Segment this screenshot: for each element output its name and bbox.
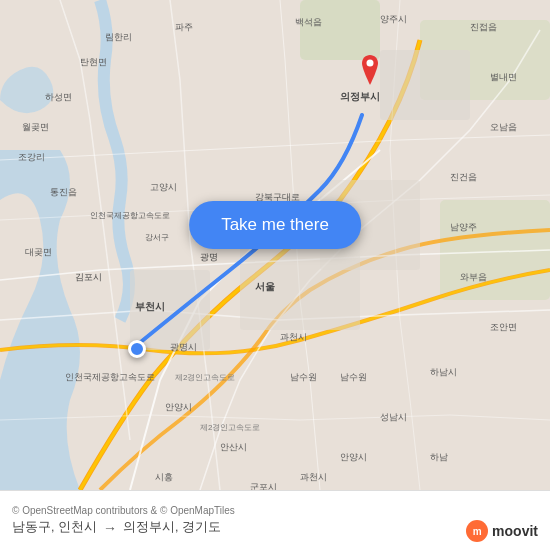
moovit-icon: m (466, 520, 488, 542)
svg-text:제2경인고속도로: 제2경인고속도로 (175, 373, 235, 382)
svg-text:인천국제공항고속도로: 인천국제공항고속도로 (65, 372, 155, 382)
svg-text:림한리: 림한리 (105, 32, 132, 42)
svg-text:안산시: 안산시 (220, 442, 247, 452)
svg-rect-1 (300, 0, 380, 60)
svg-text:고양시: 고양시 (150, 182, 177, 192)
svg-text:강서구: 강서구 (145, 233, 169, 242)
map-attribution: © OpenStreetMap contributors & © OpenMap… (12, 505, 538, 516)
svg-text:와부읍: 와부읍 (460, 272, 487, 282)
svg-text:대곶면: 대곶면 (25, 247, 52, 257)
svg-text:진건읍: 진건읍 (450, 172, 477, 182)
svg-text:광명: 광명 (200, 252, 218, 262)
svg-text:양주시: 양주시 (380, 14, 407, 24)
svg-text:남수원: 남수원 (340, 372, 367, 382)
svg-text:진접읍: 진접읍 (470, 22, 497, 32)
svg-text:과천시: 과천시 (280, 332, 307, 342)
moovit-text: moovit (492, 523, 538, 539)
origin-marker (128, 340, 146, 358)
route-info: 남동구, 인천시 → 의정부시, 경기도 (12, 519, 538, 536)
footer: © OpenStreetMap contributors & © OpenMap… (0, 490, 550, 550)
svg-text:하남시: 하남시 (430, 367, 457, 377)
svg-text:남양주: 남양주 (450, 222, 477, 232)
destination-label: 의정부시, 경기도 (123, 519, 221, 536)
svg-text:김포시: 김포시 (75, 272, 102, 282)
moovit-logo: m moovit (466, 520, 538, 542)
svg-rect-7 (380, 50, 470, 120)
svg-text:별내면: 별내면 (490, 72, 517, 82)
svg-text:통진읍: 통진읍 (50, 187, 77, 197)
svg-text:의정부시: 의정부시 (340, 91, 380, 102)
svg-text:서울: 서울 (255, 281, 275, 292)
svg-point-51 (367, 60, 374, 67)
svg-text:안양시: 안양시 (340, 452, 367, 462)
svg-text:인천국제공항고속도로: 인천국제공항고속도로 (90, 211, 170, 220)
svg-text:부천시: 부천시 (135, 301, 165, 312)
svg-text:군포시: 군포시 (250, 482, 277, 490)
svg-text:백석읍: 백석읍 (295, 17, 322, 27)
svg-text:하남: 하남 (430, 452, 448, 462)
svg-text:오남읍: 오남읍 (490, 122, 517, 132)
svg-text:파주: 파주 (175, 22, 193, 32)
svg-text:과천시: 과천시 (300, 472, 327, 482)
svg-text:광명시: 광명시 (170, 342, 197, 352)
origin-label: 남동구, 인천시 (12, 519, 97, 536)
route-arrow: → (103, 520, 117, 536)
svg-text:남수원: 남수원 (290, 372, 317, 382)
svg-text:조강리: 조강리 (18, 152, 45, 162)
destination-marker (358, 55, 382, 85)
svg-text:하성면: 하성면 (45, 92, 72, 102)
svg-text:제2경인고속도로: 제2경인고속도로 (200, 423, 260, 432)
take-me-there-button[interactable]: Take me there (189, 201, 361, 249)
svg-text:월곶면: 월곶면 (22, 122, 49, 132)
svg-text:성남시: 성남시 (380, 412, 407, 422)
svg-text:조안면: 조안면 (490, 322, 517, 332)
map-container: 통진읍 대곶면 조강리 월곶면 하성면 탄현면 림한리 파주 백석읍 양주시 진… (0, 0, 550, 490)
svg-text:탄현면: 탄현면 (80, 57, 107, 67)
svg-text:안양시: 안양시 (165, 402, 192, 412)
svg-text:시흥: 시흥 (155, 472, 173, 482)
